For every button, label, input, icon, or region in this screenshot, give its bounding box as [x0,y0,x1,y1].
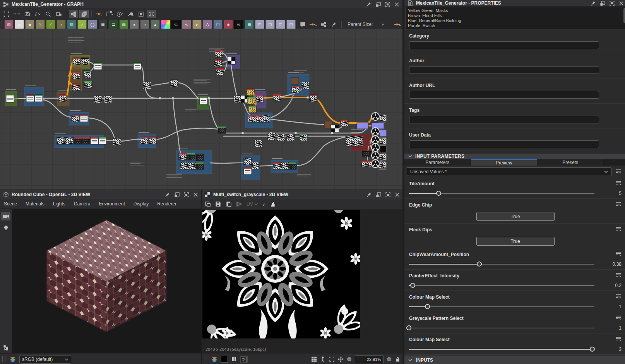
graph-node[interactable] [65,137,73,144]
graph-node[interactable] [59,95,67,102]
section-inputs[interactable]: INPUTS [404,355,625,364]
graph-node[interactable] [74,137,82,144]
node-histogram-scan-button[interactable]: ▲ [151,20,160,29]
node-transform-button[interactable]: ▱ [15,20,24,29]
wire-junction-dot[interactable] [295,132,297,134]
graph-node[interactable] [179,153,187,160]
graph-node[interactable] [248,106,256,113]
graph-node[interactable] [134,63,141,70]
view3d-viewport[interactable] [12,209,201,354]
wire-junction-dot[interactable] [172,97,174,99]
wrench-icon[interactable] [126,10,135,18]
graph-node[interactable] [82,137,90,144]
node-fx-map-c-button[interactable]: ◲ [276,20,285,29]
magnifier-icon[interactable] [43,10,53,18]
pan-icon[interactable] [338,356,344,362]
param-slider[interactable] [409,347,594,352]
zoom-level-field[interactable]: 22.91% [355,355,384,363]
close-icon[interactable] [393,1,400,7]
graph-node[interactable] [187,153,195,160]
graph-node[interactable] [291,77,299,84]
menu-environment[interactable]: Environment [99,201,125,207]
paste-icon[interactable] [226,201,231,207]
graph-node[interactable] [301,82,309,89]
camera-view-button[interactable] [1,212,10,220]
wire-junction-dot[interactable] [208,97,210,99]
menu-display[interactable]: Display [134,201,149,207]
graph-node-icon[interactable] [319,20,328,29]
clock-icon[interactable] [115,10,125,18]
node-curve-editor-button[interactable]: ∿ [182,20,191,29]
graph-node[interactable] [188,162,196,169]
node-curve-button[interactable]: ⟋ [46,20,55,29]
graph-node[interactable] [180,162,188,169]
graph-node[interactable] [6,95,14,102]
param-slider[interactable] [409,261,594,267]
node-text-button[interactable]: A [203,20,212,29]
graph-node[interactable] [281,162,289,169]
maximize-icon[interactable] [183,191,190,198]
scrollbar-thumb[interactable] [623,8,625,23]
float-window-icon[interactable] [599,0,606,6]
graph-node[interactable] [247,97,255,104]
graph-node[interactable] [228,57,235,64]
close-icon[interactable] [618,0,625,6]
graph-node[interactable] [91,137,98,144]
fit-view-icon[interactable] [329,356,335,362]
graph-node[interactable] [80,115,88,122]
frame-link-icon[interactable] [54,10,63,18]
node-fractal-sum-button[interactable]: ▩ [245,20,254,29]
graph-node[interactable] [277,134,285,141]
node-grayscale-conversion-button[interactable]: 01 [171,20,181,29]
tab-presets[interactable]: Presets [537,159,604,166]
param-toggle-button[interactable]: True [476,237,555,246]
graph-node[interactable] [73,58,80,65]
toolbar-grip[interactable] [2,356,5,362]
graph-node[interactable] [255,115,263,122]
slider-handle[interactable] [436,191,441,196]
graph-node-icon[interactable] [69,10,78,18]
zoom-in-icon[interactable] [387,357,392,362]
lock-icon[interactable] [395,356,401,362]
menu-lights[interactable]: Lights [53,201,65,207]
slider-handle[interactable] [410,283,415,288]
param-slider[interactable] [409,304,594,309]
graph-node[interactable] [273,94,281,101]
graph-node[interactable] [94,96,102,103]
graph-node[interactable] [255,140,262,147]
author-input[interactable] [409,66,599,74]
graph-node[interactable] [140,137,148,144]
snap-grid-icon[interactable] [147,10,156,18]
node-fx-map-d-button[interactable]: ◳ [286,20,296,29]
param-options-icon[interactable] [615,180,622,187]
color-display-icon[interactable] [240,356,248,363]
preset-options-icon[interactable] [615,169,622,175]
graph-node[interactable] [255,95,263,102]
param-toggle-button[interactable]: True [476,212,555,221]
graph-node[interactable] [361,161,372,167]
graph-node[interactable] [287,134,295,141]
graph-node[interactable] [310,95,317,102]
close-icon[interactable] [192,191,199,198]
graph-node[interactable] [248,115,256,122]
graph-node[interactable] [26,95,34,102]
node-slope-blur-button[interactable]: ▨ [67,20,76,29]
info-chevron-icon[interactable]: i [33,10,42,18]
graph-node[interactable] [81,58,89,65]
user-data-input[interactable] [409,140,599,148]
tab-preview[interactable]: Preview [471,159,538,166]
graph-node[interactable] [72,84,80,91]
texture-2d-image[interactable] [202,210,360,338]
graph-output-node[interactable] [372,113,386,123]
node-blend-button[interactable]: ◆ [25,20,34,29]
maximize-icon[interactable] [384,191,391,198]
node-warp-button[interactable]: ◗ [57,20,66,29]
param-slider[interactable] [409,283,594,288]
info-icon[interactable]: i [263,202,266,207]
menu-materials[interactable]: Materials [26,201,45,207]
histogram-icon[interactable] [271,202,276,207]
slider-handle[interactable] [477,261,482,267]
background-swatch[interactable] [221,356,228,363]
wire-junction-dot[interactable] [331,132,333,134]
toolbar-grip[interactable] [204,356,207,362]
